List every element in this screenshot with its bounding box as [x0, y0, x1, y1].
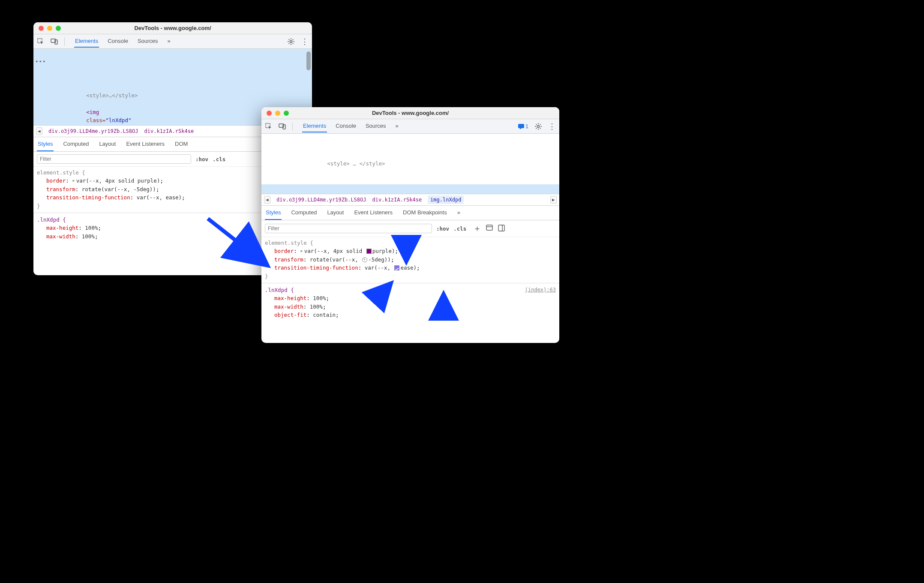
tab-sources[interactable]: Sources: [137, 35, 159, 48]
subtabs-overflow-icon[interactable]: »: [456, 206, 461, 220]
device-icon[interactable]: [279, 123, 286, 130]
dom-prev-node: <style>: [327, 160, 350, 167]
subtab-dombp[interactable]: DOM: [174, 137, 189, 151]
titlebar: DevTools - www.google.com/: [261, 107, 559, 119]
breadcrumb: ◂ div.o3j99.LLD4me.yr19Zb.LS8OJ div.k1zI…: [261, 194, 559, 206]
svg-rect-6: [283, 125, 285, 129]
window-title: DevTools - www.google.com/: [261, 110, 559, 116]
tab-sources[interactable]: Sources: [365, 120, 387, 132]
subtab-styles[interactable]: Styles: [37, 137, 54, 151]
subtab-computed[interactable]: Computed: [62, 137, 90, 151]
tab-console[interactable]: Console: [335, 120, 357, 132]
crumb-scroll-right-icon[interactable]: ▸: [550, 196, 557, 204]
selector-element-style: element.style {: [265, 239, 556, 247]
issues-count: 1: [525, 123, 528, 129]
gear-icon[interactable]: [287, 38, 295, 45]
collapse-icon[interactable]: •••: [35, 57, 46, 66]
svg-rect-2: [55, 40, 57, 44]
subtab-listeners[interactable]: Event Listeners: [125, 137, 165, 151]
filter-input[interactable]: [265, 224, 432, 233]
titlebar: DevTools - www.google.com/: [33, 22, 312, 34]
crumb-item[interactable]: div.o3j99.LLD4me.yr19Zb.LS8OJ: [48, 128, 138, 134]
inspect-icon[interactable]: [37, 38, 45, 45]
svg-rect-9: [486, 225, 492, 230]
tab-elements[interactable]: Elements: [74, 35, 99, 48]
gear-icon[interactable]: [534, 123, 542, 130]
filter-bar: :hov .cls ＋: [261, 220, 559, 237]
crumb-item[interactable]: div.k1zIA.rSk4se: [372, 197, 422, 203]
kebab-icon[interactable]: ⋮: [301, 38, 309, 45]
svg-rect-10: [498, 225, 504, 231]
angle-swatch-icon[interactable]: [362, 257, 367, 262]
subtab-dombp[interactable]: DOM Breakpoints: [402, 206, 448, 220]
svg-point-8: [537, 125, 540, 127]
cls-toggle[interactable]: .cls: [213, 156, 225, 162]
subtab-styles[interactable]: Styles: [265, 206, 282, 220]
subtab-layout[interactable]: Layout: [98, 137, 117, 151]
dom-tree[interactable]: <style> … </style> <img class="lnXdpd" a…: [261, 134, 559, 194]
device-css-icon[interactable]: [486, 224, 493, 233]
cls-toggle[interactable]: .cls: [453, 225, 466, 232]
issues-button[interactable]: 1: [518, 123, 528, 130]
crumb-item[interactable]: div.o3j99.LLD4me.yr19Zb.LS8OJ: [276, 197, 366, 203]
css-decl-objectfit[interactable]: object-fit: contain;: [265, 311, 556, 319]
new-rule-icon[interactable]: ＋: [473, 223, 481, 234]
css-decl-maxheight[interactable]: max-height: 100%;: [265, 294, 556, 302]
color-swatch-icon[interactable]: [366, 249, 372, 254]
tab-elements[interactable]: Elements: [302, 120, 327, 132]
subtab-layout[interactable]: Layout: [326, 206, 345, 220]
svg-rect-7: [518, 124, 524, 128]
crumb-scroll-left-icon[interactable]: ◂: [264, 196, 270, 204]
inspect-icon[interactable]: [265, 123, 273, 130]
css-decl-transform[interactable]: transform: rotate(var(--x, -5deg));: [265, 255, 556, 264]
devtools-window-after: DevTools - www.google.com/ Elements Cons…: [261, 107, 559, 343]
bezier-swatch-icon[interactable]: [394, 265, 399, 270]
crumb-item[interactable]: div.k1zIA.rSk4se: [144, 128, 194, 134]
kebab-icon[interactable]: ⋮: [548, 123, 556, 130]
crumb-item-active[interactable]: img.lnXdpd: [428, 195, 464, 204]
tabs-overflow-icon[interactable]: »: [167, 35, 171, 48]
hov-toggle[interactable]: :hov: [195, 156, 208, 162]
subtab-listeners[interactable]: Event Listeners: [353, 206, 393, 220]
subtab-computed[interactable]: Computed: [290, 206, 318, 220]
tab-console[interactable]: Console: [107, 35, 129, 48]
styles-subtabs: Styles Computed Layout Event Listeners D…: [261, 206, 559, 220]
main-toolbar: Elements Console Sources » 1 ⋮: [261, 119, 559, 134]
selector-lnxdpd: .lnXdpd {: [265, 287, 294, 293]
scrollbar[interactable]: [306, 51, 311, 70]
hov-toggle[interactable]: :hov: [436, 225, 449, 232]
tabs-overflow-icon[interactable]: »: [395, 120, 399, 132]
main-toolbar: Elements Console Sources » ⋮: [33, 34, 312, 49]
crumb-scroll-left-icon[interactable]: ◂: [36, 127, 42, 135]
window-title: DevTools - www.google.com/: [33, 25, 312, 31]
css-decl-border[interactable]: border: ▸var(--x, 4px solid purple);: [265, 247, 556, 255]
dom-img-open: <img: [86, 109, 99, 115]
css-decl-ttf[interactable]: transition-timing-function: var(--x, eas…: [265, 264, 556, 272]
filter-input[interactable]: [37, 154, 191, 164]
sidebar-toggle-icon[interactable]: [498, 224, 505, 233]
brace-close: }: [265, 272, 556, 280]
styles-pane[interactable]: element.style { border: ▸var(--x, 4px so…: [261, 237, 559, 322]
css-decl-maxwidth[interactable]: max-width: 100%;: [265, 303, 556, 311]
dom-prev-node: <style>…</style>: [86, 92, 138, 99]
device-icon[interactable]: [51, 38, 58, 45]
svg-point-3: [290, 40, 292, 42]
source-link[interactable]: (index):63: [525, 286, 556, 294]
